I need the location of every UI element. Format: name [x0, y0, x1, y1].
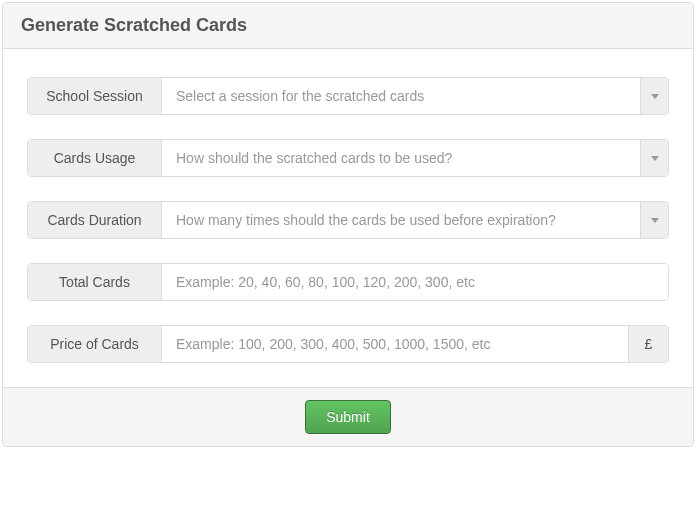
cards-duration-label: Cards Duration: [28, 202, 162, 238]
total-cards-input[interactable]: [162, 264, 668, 300]
cards-duration-placeholder: How many times should the cards be used …: [162, 202, 640, 238]
price-of-cards-row: Price of Cards £: [27, 325, 669, 363]
generate-cards-panel: Generate Scratched Cards School Session …: [2, 2, 694, 447]
cards-usage-label: Cards Usage: [28, 140, 162, 176]
total-cards-label: Total Cards: [28, 264, 162, 300]
price-of-cards-label: Price of Cards: [28, 326, 162, 362]
school-session-row: School Session Select a session for the …: [27, 77, 669, 115]
cards-usage-select[interactable]: How should the scratched cards to be use…: [162, 140, 668, 176]
cards-usage-row: Cards Usage How should the scratched car…: [27, 139, 669, 177]
school-session-caret[interactable]: [640, 78, 668, 114]
school-session-placeholder: Select a session for the scratched cards: [162, 78, 640, 114]
panel-footer: Submit: [3, 387, 693, 446]
cards-usage-caret[interactable]: [640, 140, 668, 176]
total-cards-row: Total Cards: [27, 263, 669, 301]
panel-header: Generate Scratched Cards: [3, 3, 693, 49]
chevron-down-icon: [651, 94, 659, 99]
currency-addon: £: [628, 326, 668, 362]
cards-duration-caret[interactable]: [640, 202, 668, 238]
cards-duration-row: Cards Duration How many times should the…: [27, 201, 669, 239]
school-session-select[interactable]: Select a session for the scratched cards: [162, 78, 668, 114]
panel-body: School Session Select a session for the …: [3, 49, 693, 387]
chevron-down-icon: [651, 156, 659, 161]
submit-button[interactable]: Submit: [305, 400, 391, 434]
school-session-label: School Session: [28, 78, 162, 114]
price-of-cards-input[interactable]: [162, 326, 628, 362]
cards-usage-placeholder: How should the scratched cards to be use…: [162, 140, 640, 176]
page-title: Generate Scratched Cards: [21, 15, 675, 36]
chevron-down-icon: [651, 218, 659, 223]
cards-duration-select[interactable]: How many times should the cards be used …: [162, 202, 668, 238]
